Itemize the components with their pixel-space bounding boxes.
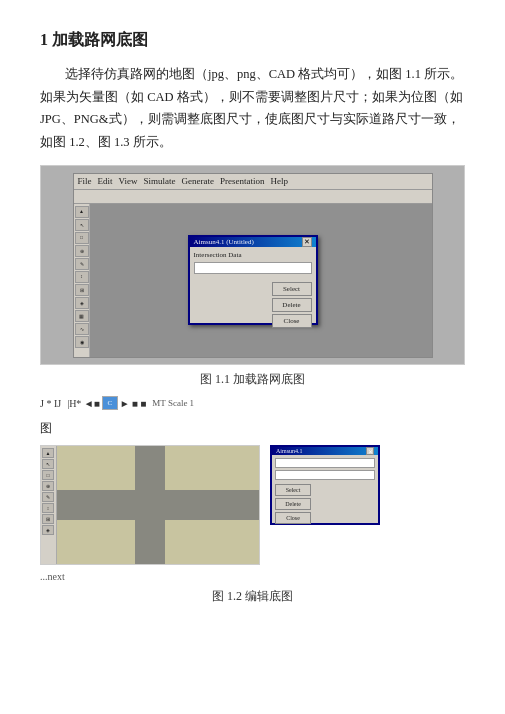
cad-tool-btn-1[interactable]: ▲ [75, 206, 89, 218]
small-dialog-input[interactable] [275, 458, 375, 468]
cad-tool-btn-11[interactable]: ◉ [75, 336, 89, 348]
cad-tool-btn-2[interactable]: ↖ [75, 219, 89, 231]
figure-2-caption: 图 1.2 编辑底图 [40, 588, 465, 605]
cad-tool-btn-8[interactable]: ◈ [75, 297, 89, 309]
cad-body: ▲ ↖ □ ⊕ ✎ ↕ ⊞ ◈ ▦ ∿ ◉ Aimsun4.1 (Untitle… [74, 204, 432, 357]
road-tool-4[interactable]: ⊕ [42, 481, 54, 491]
dialog-close-button[interactable]: ✕ [302, 237, 312, 247]
small-dialog-box: Aimsun4.1 ✕ Select Delete Close [270, 445, 380, 525]
figure-2-label: 图 [40, 420, 465, 437]
road-vertical [135, 446, 165, 564]
cad-toolbar [74, 190, 432, 204]
cad-menubar: File Edit View Simulate Generate Present… [74, 174, 432, 190]
section-title-text: 加载路网底图 [52, 31, 148, 48]
dialog-label: Intersection Data [194, 251, 242, 259]
dialog-input-field[interactable] [194, 262, 312, 274]
cad-tool-btn-7[interactable]: ⊞ [75, 284, 89, 296]
toolbar-area: J * IJ |H* ◄■ C ► ■ ■ MT Scale 1 [40, 396, 465, 410]
toolbar-text-3: ■ ■ [132, 398, 147, 409]
dialog-row-2 [194, 262, 312, 274]
dialog-select-button[interactable]: Select [272, 282, 312, 296]
small-dialog-close-button[interactable]: ✕ [366, 447, 374, 455]
cad-tool-btn-10[interactable]: ∿ [75, 323, 89, 335]
toolbar-segment-3: MT Scale 1 [152, 398, 194, 408]
road-background: ▲ ↖ □ ⊕ ✎ ↕ ⊞ ◈ [41, 446, 259, 564]
dialog-box: Aimsun4.1 (Untitled) ✕ Intersection Data… [188, 235, 318, 325]
small-dialog-input-2[interactable] [275, 470, 375, 480]
road-tool-1[interactable]: ▲ [42, 448, 54, 458]
toolbar-play-icon[interactable]: ► [120, 398, 130, 409]
figure-1-container: File Edit View Simulate Generate Present… [40, 165, 465, 365]
cad-window: File Edit View Simulate Generate Present… [73, 173, 433, 358]
small-dialog-content: Select Delete Close [272, 455, 378, 527]
road-figure: ▲ ↖ □ ⊕ ✎ ↕ ⊞ ◈ [40, 445, 260, 565]
note-text: ...next [40, 571, 465, 582]
small-dialog-row-1 [275, 458, 375, 468]
cad-left-panel: ▲ ↖ □ ⊕ ✎ ↕ ⊞ ◈ ▦ ∿ ◉ [74, 204, 90, 357]
small-dialog-titlebar: Aimsun4.1 ✕ [272, 447, 378, 455]
section-heading: 1 加载路网底图 [40, 30, 465, 51]
small-dialog-buttons: Select Delete Close [275, 484, 375, 524]
dialog-delete-button[interactable]: Delete [272, 298, 312, 312]
road-tool-5[interactable]: ✎ [42, 492, 54, 502]
dialog-content: Intersection Data [190, 247, 316, 278]
dialog-titlebar: Aimsun4.1 (Untitled) ✕ [190, 237, 316, 247]
section-number: 1 [40, 31, 48, 48]
cad-tool-btn-3[interactable]: □ [75, 232, 89, 244]
road-tool-7[interactable]: ⊞ [42, 514, 54, 524]
road-left-panel: ▲ ↖ □ ⊕ ✎ ↕ ⊞ ◈ [41, 446, 57, 564]
figure-2-area: ▲ ↖ □ ⊕ ✎ ↕ ⊞ ◈ Aimsun4.1 ✕ [40, 445, 465, 565]
small-dialog-close-btn[interactable]: Close [275, 512, 311, 524]
small-dialog-row-2 [275, 470, 375, 480]
toolbar-color-c[interactable]: C [102, 396, 118, 410]
toolbar-segment-2: |H* ◄■ C ► ■ ■ [67, 396, 146, 410]
dialog-row-1: Intersection Data [194, 251, 312, 259]
road-tool-6[interactable]: ↕ [42, 503, 54, 513]
toolbar-text-2: |H* ◄■ [67, 398, 100, 409]
cad-tool-btn-5[interactable]: ✎ [75, 258, 89, 270]
cad-tool-btn-4[interactable]: ⊕ [75, 245, 89, 257]
toolbar-segment-1: J * IJ [40, 398, 61, 409]
dialog-close-btn[interactable]: Close [272, 314, 312, 328]
figure-1-caption: 图 1.1 加载路网底图 [40, 371, 465, 388]
small-dialog-select-button[interactable]: Select [275, 484, 311, 496]
small-dialog-delete-button[interactable]: Delete [275, 498, 311, 510]
body-paragraph: 选择待仿真路网的地图（jpg、png、CAD 格式均可），如图 1.1 所示。如… [40, 63, 465, 153]
toolbar-text-1: J * IJ [40, 398, 61, 409]
road-tool-3[interactable]: □ [42, 470, 54, 480]
road-tool-2[interactable]: ↖ [42, 459, 54, 469]
toolbar-label-1: MT Scale 1 [152, 398, 194, 408]
small-dialog-title: Aimsun4.1 [276, 448, 303, 454]
dialog-title: Aimsun4.1 (Untitled) [194, 238, 254, 246]
cad-tool-btn-6[interactable]: ↕ [75, 271, 89, 283]
road-tool-8[interactable]: ◈ [42, 525, 54, 535]
cad-tool-btn-9[interactable]: ▦ [75, 310, 89, 322]
dialog-buttons: Select Delete Close [190, 278, 316, 332]
